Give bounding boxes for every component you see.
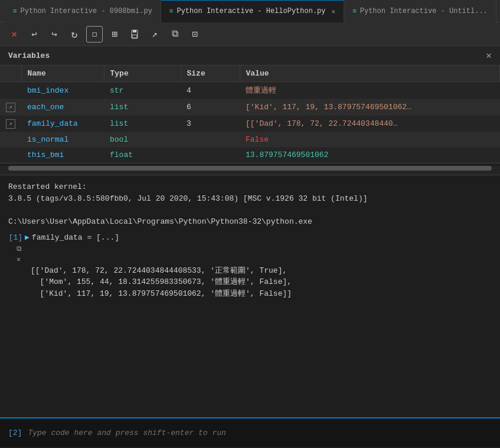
table-row: this_bmi float 13.879757469501062 <box>0 148 500 163</box>
var-value: ['Kid', 117, 19, 13.879757469501062… <box>240 99 500 116</box>
expand-cell <box>0 148 21 163</box>
close-button[interactable]: ✕ <box>6 26 22 42</box>
undo-button[interactable]: ↩ <box>26 26 43 42</box>
table-row: is_normal bool False <box>0 132 500 148</box>
code-input[interactable] <box>28 429 492 437</box>
variables-header: Variables ✕ <box>0 46 500 66</box>
var-value: [['Dad', 178, 72, 22.72440348440… <box>240 116 500 132</box>
col-header-size: Size <box>181 66 240 82</box>
restart-button[interactable]: ↻ <box>66 26 83 42</box>
scrollbar-thumb[interactable] <box>8 166 492 171</box>
copy-button[interactable]: ⧉ <box>166 26 183 42</box>
input-prompt-number: [2] <box>8 429 22 437</box>
output-line-1: [['Dad', 178, 72, 22.7244034844408533, '… <box>31 265 492 277</box>
scrollbar-track[interactable] <box>8 166 492 171</box>
var-size <box>181 148 240 163</box>
svg-rect-1 <box>133 30 136 32</box>
var-type: str <box>104 82 181 99</box>
var-value: 13.879757469501062 <box>240 148 500 163</box>
export-button[interactable]: ↗ <box>146 26 163 42</box>
col-header-expand <box>0 66 21 82</box>
tab-label: Python Interactive - Untitl... <box>360 7 488 15</box>
var-type: list <box>104 116 181 132</box>
more-options-button[interactable]: ⊡ <box>187 26 203 42</box>
var-name: each_one <box>21 99 104 116</box>
var-type: list <box>104 99 181 116</box>
output-line-3: ['Kid', 117, 19, 13.879757469501062, '體重… <box>31 288 492 300</box>
grid-button[interactable]: ⊞ <box>106 26 123 42</box>
terminal-wrapper: Restarted kernel: 3.8.5 (tags/v3.8.5:580… <box>0 175 500 447</box>
tab-icon: ≡ <box>13 8 17 15</box>
dismiss-icon[interactable]: ✕ <box>17 254 492 265</box>
var-type: float <box>104 148 181 163</box>
table-row: bmi_index str 4 體重過輕 <box>0 82 500 99</box>
stop-button[interactable]: ◻ <box>86 26 103 42</box>
svg-rect-2 <box>132 35 137 38</box>
tab-label: Python Interactive - 0908bmi.py <box>21 7 152 15</box>
redo-button[interactable]: ↪ <box>46 26 63 42</box>
copy-icon[interactable]: ⧉ <box>17 244 492 254</box>
terminal-prompt: [1] ▶ family_data = [...] <box>8 232 492 244</box>
terminal-line: 3.8.5 (tags/v3.8.5:580fbb0, Jul 20 2020,… <box>8 193 492 205</box>
expand-cell <box>0 132 21 148</box>
var-size <box>181 132 240 148</box>
variables-panel: Variables ✕ Name Type Size Value bmi_ind… <box>0 46 500 163</box>
toolbar: ✕ ↩ ↪ ↻ ◻ ⊞ ↗ ⧉ ⊡ <box>0 22 500 46</box>
table-row: ↗ each_one list 6 ['Kid', 117, 19, 13.87… <box>0 99 500 116</box>
prompt-code[interactable]: family_data = [...] <box>32 232 119 244</box>
variables-close-icon[interactable]: ✕ <box>486 50 492 61</box>
variables-table: Name Type Size Value bmi_index str 4 體重過… <box>0 66 500 163</box>
title-bar: ≡ Python Interactive - 0908bmi.py ≡ Pyth… <box>0 0 500 22</box>
save-button[interactable] <box>126 26 143 42</box>
input-area: [2] <box>0 417 500 447</box>
terminal-line: Restarted kernel: <box>8 181 492 193</box>
expand-cell[interactable]: ↗ <box>0 99 21 116</box>
var-name: bmi_index <box>21 82 104 99</box>
terminal-path-line: C:\Users\User\AppData\Local\Programs\Pyt… <box>8 216 492 228</box>
col-header-type: Type <box>104 66 181 82</box>
tab-icon: ≡ <box>352 8 357 15</box>
col-header-name: Name <box>21 66 104 82</box>
tab-label: Python Interactive - HelloPython.py <box>177 7 325 15</box>
prompt-arrow-icon: ▶ <box>25 232 30 244</box>
output-line-2: ['Mom', 155, 44, 18.314255983350673, '體重… <box>31 276 492 288</box>
table-row: ↗ family_data list 3 [['Dad', 178, 72, 2… <box>0 116 500 132</box>
tab-0908bmi[interactable]: ≡ Python Interactive - 0908bmi.py <box>5 0 161 22</box>
var-size: 4 <box>181 82 240 99</box>
tab-hellopython[interactable]: ≡ Python Interactive - HelloPython.py ✕ <box>161 0 344 22</box>
var-value: False <box>240 132 500 148</box>
scrollbar-area[interactable] <box>0 166 500 175</box>
var-type: bool <box>104 132 181 148</box>
var-size: 6 <box>181 99 240 116</box>
variables-title: Variables <box>8 51 50 60</box>
var-value: 體重過輕 <box>240 82 500 99</box>
tab-close-button[interactable]: ✕ <box>332 8 336 15</box>
prompt-number: [1] <box>8 232 22 244</box>
var-name: this_bmi <box>21 148 104 163</box>
tab-untitled[interactable]: ≡ Python Interactive - Untitl... <box>344 0 496 22</box>
terminal-line <box>8 204 492 216</box>
tab-icon: ≡ <box>169 8 174 15</box>
var-name: is_normal <box>21 132 104 148</box>
terminal-output: [['Dad', 178, 72, 22.7244034844408533, '… <box>31 265 492 300</box>
expand-cell[interactable]: ↗ <box>0 116 21 132</box>
col-header-value: Value <box>240 66 500 82</box>
var-name: family_data <box>21 116 104 132</box>
expand-cell <box>0 82 21 99</box>
tabs-more-button[interactable]: ··· <box>496 6 500 16</box>
var-size: 3 <box>181 116 240 132</box>
terminal: Restarted kernel: 3.8.5 (tags/v3.8.5:580… <box>0 175 500 417</box>
